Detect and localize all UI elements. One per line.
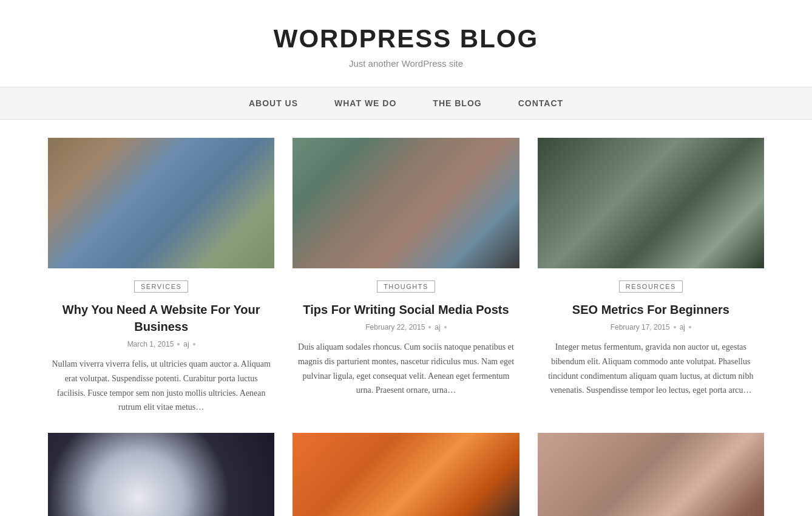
post-image-4 [48,433,274,516]
post-excerpt-1: Nullam viverra viverra felis, ut ultrici… [48,357,274,415]
post-category-3: RESOURCES [538,280,764,293]
post-author-1[interactable]: aj [183,340,189,348]
site-tagline: Just another WordPress site [12,58,800,69]
post-category-2: THOUGHTS [293,280,519,293]
post-author-2[interactable]: aj [435,323,440,331]
post-image-2 [293,138,519,268]
post-date-3: February 17, 2015 [611,323,670,331]
post-title-3[interactable]: SEO Metrics For Beginners [544,301,758,318]
post-card-1: SERVICES Why You Need A Website For Your… [48,138,274,415]
post-title-1[interactable]: Why You Need A Website For Your Business [54,301,268,335]
post-excerpt-3: Integer metus fermentum, gravida non auc… [538,340,764,398]
nav-item-what-we-do[interactable]: WHAT WE DO [316,87,414,119]
dot-2b [444,326,447,328]
post-meta-1: March 1, 2015 aj [48,340,274,348]
site-title: WORDPRESS BLOG [12,24,800,53]
nav-item-contact[interactable]: CONTACT [500,87,581,119]
nav-item-the-blog[interactable]: THE BLOG [414,87,499,119]
post-image-5 [293,433,519,516]
dot-3a [674,326,676,328]
nav-item-about-us[interactable]: ABOUT US [231,87,316,119]
post-image-6 [538,433,764,516]
post-card-2: THOUGHTS Tips For Writing Social Media P… [293,138,519,415]
main-nav: ABOUT US WHAT WE DO THE BLOG CONTACT [0,87,812,120]
dot-1b [193,343,195,345]
dot-2a [428,326,431,328]
nav-inner: ABOUT US WHAT WE DO THE BLOG CONTACT [42,87,770,119]
post-meta-2: February 22, 2015 aj [293,323,519,331]
site-header: WORDPRESS BLOG Just another WordPress si… [0,0,812,87]
post-card-6 [538,433,764,516]
main-content: SERVICES Why You Need A Website For Your… [36,138,776,516]
post-title-2[interactable]: Tips For Writing Social Media Posts [299,301,513,318]
post-category-1: SERVICES [48,280,274,293]
dot-1a [177,343,180,345]
post-meta-3: February 17, 2015 aj [538,323,764,331]
dot-3b [689,326,691,328]
post-excerpt-2: Duis aliquam sodales rhoncus. Cum sociis… [293,340,519,398]
post-card-3: RESOURCES SEO Metrics For Beginners Febr… [538,138,764,415]
post-image-3 [538,138,764,268]
blog-grid: SERVICES Why You Need A Website For Your… [48,138,764,516]
post-image-1 [48,138,274,268]
post-date-2: February 22, 2015 [365,323,425,331]
post-date-1: March 1, 2015 [127,340,174,348]
post-author-3[interactable]: aj [680,323,685,331]
post-card-4 [48,433,274,516]
post-card-5 [293,433,519,516]
